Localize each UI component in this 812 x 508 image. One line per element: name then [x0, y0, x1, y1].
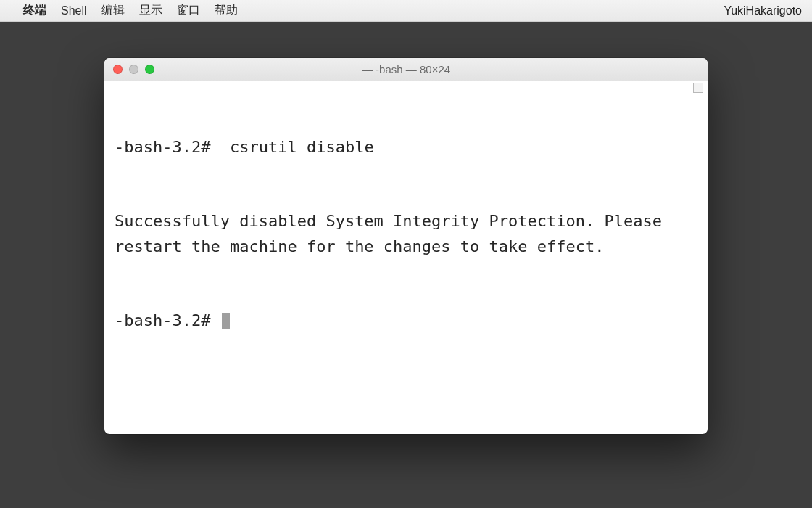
terminal-output[interactable]: -bash-3.2# csrutil disable Successfully … [104, 81, 708, 434]
shell-prompt: -bash-3.2# [115, 311, 220, 329]
terminal-line: Successfully disabled System Integrity P… [115, 209, 697, 258]
app-menu[interactable]: 终端 [23, 3, 46, 18]
shell-prompt: -bash-3.2# [115, 138, 220, 156]
minimize-button[interactable] [129, 65, 138, 74]
system-menubar: 终端 Shell 编辑 显示 窗口 帮助 YukiHakarigoto [0, 0, 812, 22]
zoom-button[interactable] [145, 65, 154, 74]
menu-view[interactable]: 显示 [139, 3, 162, 18]
text-cursor [222, 313, 230, 329]
close-button[interactable] [113, 65, 123, 74]
window-titlebar[interactable]: — -bash — 80×24 [104, 58, 708, 81]
terminal-window[interactable]: — -bash — 80×24 -bash-3.2# csrutil disab… [104, 58, 708, 434]
menu-window[interactable]: 窗口 [177, 3, 200, 18]
menu-shell[interactable]: Shell [61, 4, 87, 17]
window-traffic-lights [113, 65, 154, 74]
menu-edit[interactable]: 编辑 [102, 3, 125, 18]
terminal-line: -bash-3.2# csrutil disable [115, 135, 697, 160]
window-title: — -bash — 80×24 [104, 63, 708, 75]
shell-command: csrutil disable [220, 138, 374, 156]
menubar-right-status: YukiHakarigoto [724, 4, 802, 17]
desktop-background: — -bash — 80×24 -bash-3.2# csrutil disab… [0, 22, 812, 508]
terminal-line: -bash-3.2# [115, 308, 697, 333]
menu-help[interactable]: 帮助 [215, 3, 238, 18]
